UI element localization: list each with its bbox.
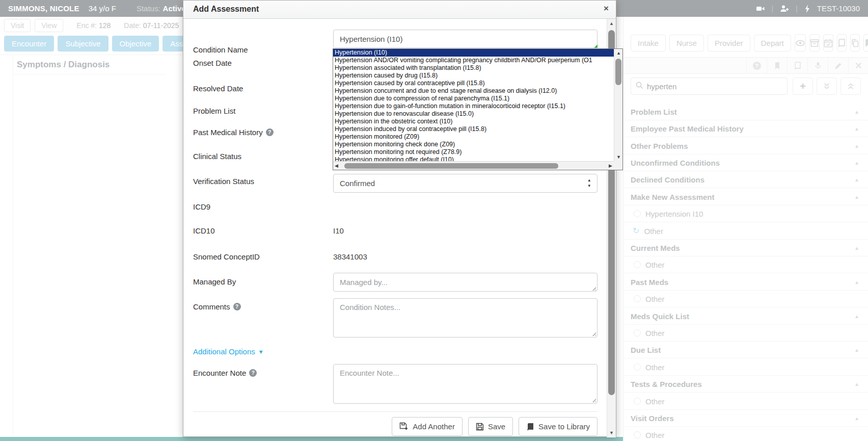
clinical-status-label: Clinical Status [193,152,241,161]
scroll-down-icon[interactable]: ▼ [607,430,616,435]
scroll-up-icon[interactable]: ▲ [607,21,616,26]
resize-handle-icon[interactable] [594,44,598,48]
scroll-down-icon[interactable]: ▼ [616,154,621,160]
scrollbar-thumb[interactable] [344,163,558,169]
dropdown-list: Hypertension (I10) Hypertension AND/OR v… [333,49,614,161]
managed-by-input[interactable] [333,273,598,292]
add-assessment-modal: Add Assessment × Condition Name Onset Da… [183,0,616,437]
additional-options-link[interactable]: Additional Options ▼ [193,347,264,356]
scroll-up-icon[interactable]: ▲ [616,50,621,56]
condition-autocomplete-dropdown: Hypertension (I10) Hypertension AND/OR v… [333,48,623,170]
modal-footer: Add Another Save Save to Library [333,417,598,436]
scrollbar-thumb[interactable] [615,59,621,85]
snomed-label: Snomed ConceptID [193,252,260,261]
screen: SIMMONS, NICOLE 34 y/o F Status: Active … [0,0,868,441]
modal-header: Add Assessment × [183,1,616,19]
dropdown-option[interactable]: Hypertension monitoring check done (Z09) [333,141,614,148]
dropdown-option[interactable]: Hypertension in the obstetric context (I… [333,118,614,125]
resize-handle-icon[interactable] [591,397,596,402]
past-medical-history-label: Past Medical History? [193,128,274,137]
help-icon[interactable]: ? [249,369,257,377]
help-icon[interactable]: ? [266,128,274,136]
dropdown-option[interactable]: Hypertension caused by oral contraceptiv… [333,80,614,87]
dropdown-option[interactable]: Hypertension due to compression of renal… [333,95,614,102]
save-to-library-button[interactable]: Save to Library [519,417,598,436]
icd10-label: ICD10 [193,226,215,235]
add-another-button[interactable]: Add Another [392,417,463,436]
scroll-left-icon[interactable]: ◀ [335,163,338,168]
dropdown-option[interactable]: Hypertension due to renovascular disease… [333,110,614,118]
modal-title: Add Assessment [193,5,259,14]
dropdown-option[interactable]: Hypertension monitoring offer default (I… [333,156,614,161]
snomed-value: 38341003 [333,252,367,261]
icd10-value: I10 [333,226,344,235]
verification-status-select[interactable]: Confirmed ▴▾ [333,174,598,193]
save-icon [476,423,484,431]
footer-divider [193,411,598,412]
help-icon[interactable]: ? [233,303,241,310]
save-button[interactable]: Save [468,417,513,436]
save-plus-icon [399,422,409,431]
condition-name-label: Condition Name [193,45,248,54]
select-arrows-icon: ▴▾ [588,177,590,189]
dropdown-vertical-scrollbar[interactable]: ▲ ▼ [614,49,622,161]
close-icon[interactable]: × [604,4,609,14]
verification-status-label: Verification Status [193,177,254,186]
encounter-note-label: Encounter Note? [193,369,257,377]
managed-by-label: Managed By [193,277,236,286]
onset-date-label: Onset Date [193,59,232,67]
scroll-right-icon[interactable]: ▶ [609,163,612,168]
dropdown-option[interactable]: Hypertension associated with transplanta… [333,64,614,72]
dropdown-option[interactable]: Hypertension induced by oral contracepti… [333,125,614,133]
comments-label: Comments? [193,302,241,311]
dropdown-option[interactable]: Hypertension monitored (Z09) [333,133,614,141]
icd9-label: ICD9 [193,202,210,211]
dropdown-option-selected[interactable]: Hypertension (I10) [333,49,614,57]
problem-list-label: Problem List [193,107,235,115]
dropdown-option[interactable]: Hypertension monitoring not required (Z7… [333,148,614,156]
resize-handle-icon[interactable] [591,331,596,336]
dropdown-horizontal-scrollbar[interactable]: ◀ ▶ [333,161,614,170]
book-icon [526,423,534,431]
resize-handle-icon[interactable] [591,286,596,291]
scrollbar-corner [614,161,622,170]
comments-textarea[interactable] [333,298,598,338]
encounter-note-textarea[interactable] [333,364,598,404]
resolved-date-label: Resolved Date [193,84,243,93]
dropdown-option[interactable]: Hypertension concurrent and due to end s… [333,87,614,95]
dropdown-option[interactable]: Hypertension due to gain-of-function mut… [333,102,614,110]
dropdown-option[interactable]: Hypertension AND/OR vomiting complicatin… [333,57,614,64]
caret-down-icon: ▼ [258,349,264,355]
condition-name-input[interactable] [333,30,598,48]
dropdown-option[interactable]: Hypertension caused by drug (I15.8) [333,72,614,80]
